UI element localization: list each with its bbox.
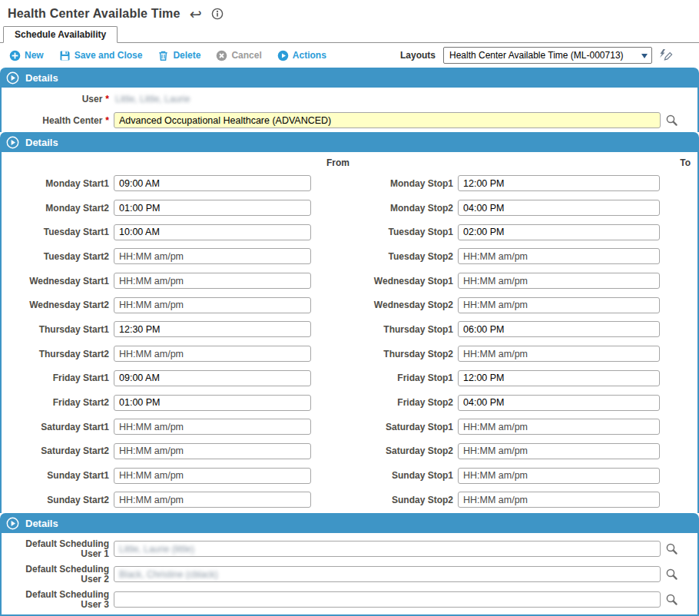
health-center-lookup-icon[interactable] bbox=[665, 114, 678, 127]
tab-label: Schedule Availability bbox=[15, 29, 106, 40]
schedule-stop-label: Thursday Stop1 bbox=[311, 324, 453, 335]
layouts-label: Layouts bbox=[400, 50, 436, 61]
new-button[interactable]: New bbox=[9, 50, 44, 61]
user-field-row: User * Little, Little, Laurie bbox=[2, 89, 697, 108]
schedule-stop-input[interactable] bbox=[458, 200, 660, 216]
required-marker: * bbox=[105, 94, 109, 104]
schedule-stop-input[interactable] bbox=[458, 492, 660, 508]
cancel-button-label: Cancel bbox=[231, 50, 261, 61]
schedule-stop-label: Tuesday Stop1 bbox=[311, 227, 453, 237]
save-and-close-button[interactable]: Save and Close bbox=[59, 50, 143, 61]
user-label: User bbox=[82, 94, 103, 104]
schedule-stop-label: Monday Stop1 bbox=[311, 178, 453, 189]
default-user-lookup-icon[interactable] bbox=[665, 568, 678, 581]
schedule-stop-label: Sunday Stop2 bbox=[311, 495, 453, 505]
schedule-start-label: Tuesday Start2 bbox=[8, 251, 109, 262]
schedule-stop-label: Wednesday Stop1 bbox=[311, 276, 453, 286]
schedule-start-input[interactable] bbox=[114, 492, 311, 508]
health-center-label-wrap: Health Center * bbox=[8, 115, 109, 126]
schedule-start-input[interactable] bbox=[114, 346, 311, 362]
section-toggle-icon[interactable] bbox=[6, 136, 19, 149]
schedule-row: Tuesday Start2 Tuesday Stop2 bbox=[2, 244, 697, 269]
page-header: Health Center Available Time ↩ bbox=[8, 4, 224, 24]
schedule-stop-input[interactable] bbox=[458, 175, 660, 191]
schedule-start-input[interactable] bbox=[114, 297, 311, 313]
schedule-start-input[interactable] bbox=[114, 200, 311, 216]
new-icon bbox=[9, 50, 21, 61]
from-column-header: From bbox=[315, 157, 361, 168]
schedule-start-input[interactable] bbox=[114, 468, 311, 484]
schedule-start-input[interactable] bbox=[114, 248, 311, 264]
schedule-row: Friday Start2 Friday Stop2 bbox=[2, 390, 697, 415]
schedule-stop-input[interactable] bbox=[458, 297, 660, 313]
section-header-details-1: Details bbox=[0, 68, 699, 88]
schedule-stop-input[interactable] bbox=[458, 224, 660, 240]
schedule-start-label: Saturday Start2 bbox=[8, 445, 109, 456]
user-label-wrap: User * bbox=[8, 94, 109, 104]
schedule-stop-label: Friday Stop2 bbox=[311, 397, 453, 408]
schedule-stop-input[interactable] bbox=[458, 419, 660, 435]
schedule-stop-input[interactable] bbox=[458, 273, 660, 289]
layout-edit-icon[interactable] bbox=[658, 49, 673, 61]
schedule-stop-input[interactable] bbox=[458, 468, 660, 484]
health-center-field-row: Health Center * bbox=[2, 111, 697, 130]
schedule-stop-input[interactable] bbox=[458, 248, 660, 264]
schedule-start-label: Thursday Start1 bbox=[8, 324, 109, 335]
page-title: Health Center Available Time bbox=[8, 7, 181, 21]
default-user-lookup-icon[interactable] bbox=[665, 593, 678, 606]
health-center-input[interactable] bbox=[114, 112, 661, 128]
schedule-stop-input[interactable] bbox=[458, 346, 660, 362]
cancel-button[interactable]: Cancel bbox=[216, 50, 261, 61]
cancel-icon bbox=[216, 50, 227, 61]
default-user-lookup-icon[interactable] bbox=[665, 542, 678, 555]
delete-button[interactable]: Delete bbox=[157, 50, 200, 61]
schedule-row: Saturday Start1 Saturday Stop1 bbox=[2, 415, 697, 439]
schedule-form: From To Monday Start1 Monday Stop1 Monda… bbox=[0, 152, 699, 513]
schedule-start-input[interactable] bbox=[114, 443, 311, 459]
health-center-available-time-screen: Health Center Available Time ↩ Schedule … bbox=[0, 0, 699, 616]
actions-button[interactable]: Actions bbox=[277, 50, 326, 61]
schedule-stop-label: Wednesday Stop2 bbox=[311, 300, 453, 310]
default-user-input[interactable]: Black, Christine (cblack) bbox=[114, 566, 661, 582]
default-users-form: Default Scheduling User 1 Little, Laurie… bbox=[0, 533, 699, 616]
actions-icon bbox=[277, 50, 289, 61]
actions-button-label: Actions bbox=[293, 50, 326, 61]
schedule-start-input[interactable] bbox=[114, 224, 311, 240]
schedule-stop-label: Saturday Stop1 bbox=[311, 422, 453, 432]
default-user-input[interactable]: Little, Laurie (little) bbox=[114, 541, 661, 557]
tab-schedule-availability[interactable]: Schedule Availability bbox=[3, 26, 118, 43]
schedule-stop-input[interactable] bbox=[458, 370, 660, 386]
schedule-stop-label: Thursday Stop2 bbox=[311, 349, 453, 359]
section-toggle-icon[interactable] bbox=[6, 517, 19, 530]
schedule-stop-input[interactable] bbox=[458, 443, 660, 459]
schedule-row: Thursday Start2 Thursday Stop2 bbox=[2, 342, 697, 366]
schedule-start-label: Monday Start2 bbox=[8, 203, 109, 214]
schedule-rows: Monday Start1 Monday Stop1 Monday Start2… bbox=[2, 171, 697, 512]
schedule-start-input[interactable] bbox=[114, 321, 311, 337]
default-user-row: Default Scheduling User 2 Black, Christi… bbox=[2, 561, 697, 587]
info-icon[interactable] bbox=[211, 8, 224, 20]
schedule-start-label: Monday Start1 bbox=[8, 178, 109, 189]
to-column-header: To bbox=[680, 157, 691, 168]
schedule-stop-input[interactable] bbox=[458, 321, 660, 337]
undo-arrow-icon[interactable]: ↩ bbox=[190, 7, 202, 22]
default-user-rows: Default Scheduling User 1 Little, Laurie… bbox=[2, 536, 697, 612]
section-title: Details bbox=[25, 137, 58, 148]
section-toggle-icon[interactable] bbox=[6, 71, 19, 84]
default-user-value: Black, Christine (cblack) bbox=[119, 569, 218, 580]
schedule-row: Sunday Start1 Sunday Stop1 bbox=[2, 463, 697, 488]
schedule-start-input[interactable] bbox=[114, 395, 311, 411]
record-details-form: User * Little, Little, Laurie Health Cen… bbox=[0, 88, 699, 132]
schedule-start-label: Wednesday Start1 bbox=[8, 276, 109, 286]
default-user-value: Little, Laurie (little) bbox=[119, 544, 194, 555]
schedule-start-input[interactable] bbox=[114, 419, 311, 435]
default-user-input[interactable] bbox=[114, 591, 661, 608]
layout-select[interactable]: Health Center Available Time (ML-000713) bbox=[443, 47, 652, 64]
health-center-label: Health Center bbox=[42, 115, 102, 126]
schedule-start-input[interactable] bbox=[114, 175, 311, 191]
schedule-stop-input[interactable] bbox=[458, 395, 660, 411]
schedule-stop-label: Sunday Stop1 bbox=[311, 470, 453, 481]
schedule-start-input[interactable] bbox=[114, 370, 311, 386]
schedule-stop-label: Saturday Stop2 bbox=[311, 445, 453, 456]
schedule-start-input[interactable] bbox=[114, 273, 311, 289]
